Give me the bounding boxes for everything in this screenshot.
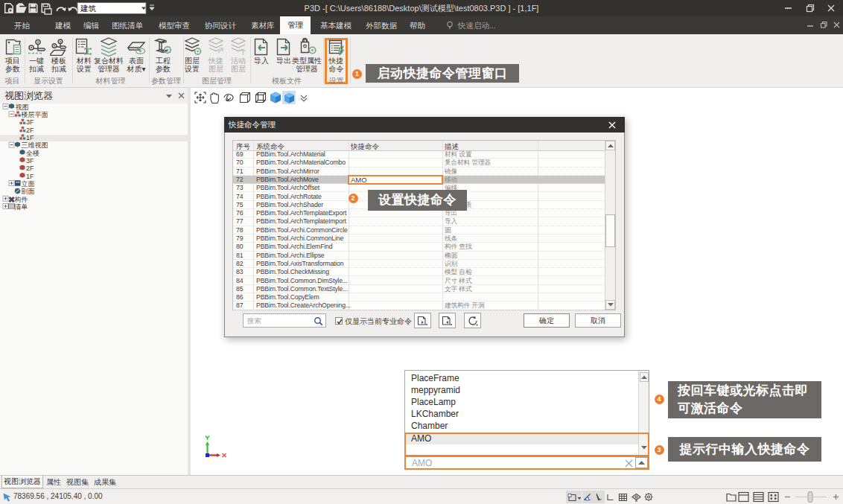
svg-text:建筑: 建筑 — [80, 4, 97, 13]
svg-text:三维视图: 三维视图 — [22, 141, 48, 149]
svg-text:1F: 1F — [26, 134, 34, 141]
svg-text:3F: 3F — [26, 118, 34, 126]
svg-text:构件: 构件 — [14, 196, 28, 203]
svg-text:全楼: 全楼 — [26, 150, 39, 157]
svg-text:清单: 清单 — [14, 203, 28, 211]
svg-text:立面: 立面 — [22, 180, 35, 188]
svg-text:2F: 2F — [26, 127, 34, 134]
svg-text:视图: 视图 — [16, 103, 29, 111]
svg-text:1F: 1F — [26, 173, 34, 180]
svg-text:楼层平面: 楼层平面 — [21, 111, 48, 118]
svg-text:剖面: 剖面 — [22, 188, 35, 195]
svg-text:3F: 3F — [26, 157, 34, 165]
svg-text:2F: 2F — [26, 165, 34, 172]
